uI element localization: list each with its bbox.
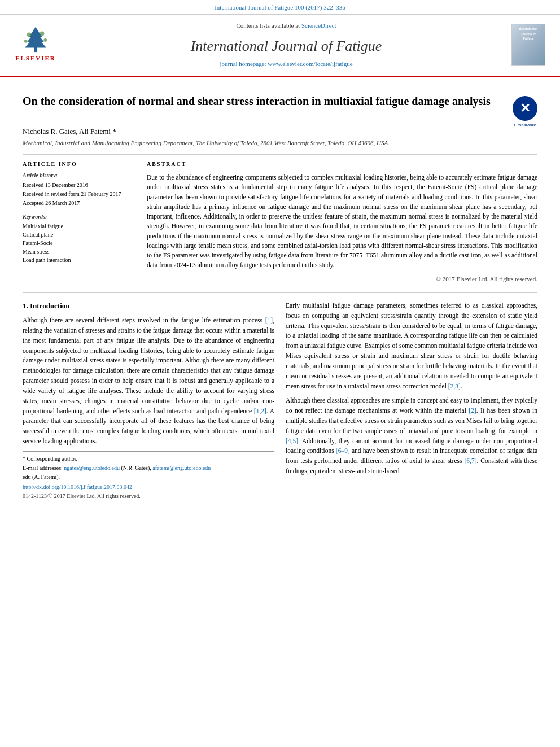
paper-title: On the consideration of normal and shear… [23, 94, 506, 109]
copyright-line: © 2017 Elsevier Ltd. All rights reserved… [147, 275, 537, 283]
authors-line: Nicholas R. Gates, Ali Fatemi * [23, 126, 537, 137]
email-link-1[interactable]: ngates@eng.utoledo.edu [64, 465, 120, 471]
article-history-label: Article history: [23, 172, 126, 180]
body-two-col: 1. Introduction Although there are sever… [23, 301, 537, 500]
article-info-title: ARTICLE INFO [23, 160, 126, 168]
ref-1[interactable]: [1] [265, 317, 273, 324]
issn-line: 0142-1123/© 2017 Elsevier Ltd. All right… [23, 492, 274, 500]
intro-para2: Early multiaxial fatigue damage paramete… [286, 301, 537, 391]
email-link-2[interactable]: afatemi@eng.utoledo.edu [152, 465, 211, 471]
abstract-text: Due to the abundance of engineering comp… [147, 173, 537, 270]
article-info-abstract: ARTICLE INFO Article history: Received 1… [23, 160, 537, 283]
elsevier-logo: ELSEVIER [15, 25, 56, 63]
intro-number: 1. [23, 302, 28, 310]
elsevier-logo-area: ELSEVIER [5, 19, 67, 71]
crossmark-label: CrossMark [513, 122, 537, 128]
keywords-label: Keywords: [23, 213, 126, 221]
doi-line: http://dx.doi.org/10.1016/j.ijfatigue.20… [23, 483, 274, 491]
journal-title: International Journal of Fatigue [191, 36, 382, 56]
sciencedirect-line: Contents lists available at ScienceDirec… [236, 21, 336, 30]
svg-point-6 [24, 40, 28, 43]
ref-6-9[interactable]: [6–9] [336, 447, 350, 454]
svg-point-4 [27, 33, 32, 37]
main-content: On the consideration of normal and shear… [0, 77, 560, 512]
ref-4-5[interactable]: [4,5] [286, 438, 298, 444]
journal-cover-image: InternationalJournal ofFatigue [511, 24, 545, 66]
journal-header: ELSEVIER Contents lists available at Sci… [0, 15, 560, 76]
elsevier-tree-icon [19, 25, 53, 53]
doi-link[interactable]: http://dx.doi.org/10.1016/j.ijfatigue.20… [23, 484, 132, 490]
accepted-date: Accepted 26 March 2017 [23, 199, 126, 207]
keywords-section: Keywords: Multiaxial fatigue Critical pl… [23, 213, 126, 264]
received-date: Received 13 December 2016 [23, 181, 126, 189]
body-col-right: Early multiaxial fatigue damage paramete… [286, 301, 537, 500]
ref-2b[interactable]: [2] [469, 407, 476, 414]
abstract-column: ABSTRACT Due to the abundance of enginee… [147, 160, 537, 283]
email-footnote: E-mail addresses: ngates@eng.utoledo.edu… [23, 464, 274, 472]
crossmark-badge[interactable]: ✕ CrossMark [513, 96, 537, 121]
intro-heading: 1. Introduction [23, 301, 274, 311]
name-2: edu (A. Fatemi). [23, 473, 274, 481]
intro-title: Introduction [30, 302, 70, 310]
name-1: (N.R. Gates), [121, 465, 151, 471]
elsevier-wordmark: ELSEVIER [15, 54, 56, 63]
keyword-3: Fatemi-Socie [23, 239, 126, 247]
paper-title-section: On the consideration of normal and shear… [23, 94, 537, 121]
keyword-4: Mean stress [23, 248, 126, 256]
journal-citation-text: International Journal of Fatigue 100 (20… [215, 4, 345, 11]
keyword-2: Critical plane [23, 231, 126, 239]
keyword-1: Multiaxial fatigue [23, 222, 126, 230]
journal-header-center: Contents lists available at ScienceDirec… [67, 19, 506, 71]
crossmark-icon: ✕ [520, 102, 530, 115]
journal-cover-area: InternationalJournal ofFatigue [506, 19, 551, 71]
journal-citation-bar: International Journal of Fatigue 100 (20… [0, 0, 560, 15]
body-col-left: 1. Introduction Although there are sever… [23, 301, 274, 500]
svg-point-5 [40, 32, 45, 36]
article-info-column: ARTICLE INFO Article history: Received 1… [23, 160, 135, 283]
affiliation-line: Mechanical, Industrial and Manufacturing… [23, 139, 537, 147]
sciencedirect-label: Contents lists available at [236, 22, 300, 29]
ref-1-2[interactable]: [1,2] [254, 408, 266, 414]
header-divider [23, 154, 537, 155]
sciencedirect-link[interactable]: ScienceDirect [301, 22, 336, 29]
abstract-title: ABSTRACT [147, 160, 537, 168]
ref-6-7[interactable]: [6,7] [464, 457, 476, 464]
received-revised-date: Received in revised form 21 February 201… [23, 190, 126, 198]
footnote-section: * Corresponding author. E-mail addresses… [23, 451, 274, 500]
intro-para1: Although there are several different ste… [23, 316, 274, 447]
svg-point-7 [43, 38, 47, 42]
body-section: 1. Introduction Although there are sever… [23, 292, 537, 500]
ref-2-3[interactable]: [2,3] [448, 383, 461, 390]
email-label: E-mail addresses: [23, 465, 63, 471]
intro-para3: Although these classical approaches are … [286, 396, 537, 477]
journal-homepage: journal homepage: www.elsevier.com/locat… [220, 60, 352, 68]
keyword-5: Load path interaction [23, 256, 126, 264]
corresponding-author-note: * Corresponding author. [23, 455, 274, 463]
